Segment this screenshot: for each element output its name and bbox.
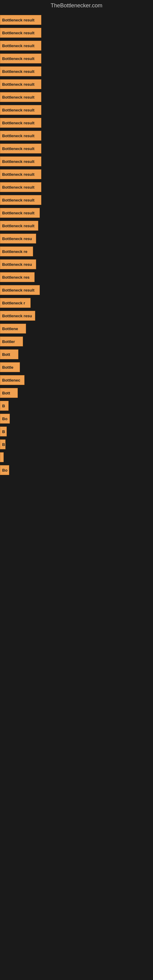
bar-label: Bottleneck result [2, 134, 34, 138]
bar-row: Bottlenec [0, 375, 153, 385]
site-title: TheBottlenecker.com [0, 0, 153, 11]
bar-item[interactable]: Bottleneck result [0, 54, 41, 64]
bar-label: Bottleneck resu [2, 262, 32, 267]
bar-row: B [0, 439, 153, 450]
bar-label: B [2, 442, 5, 447]
bar-label: B [2, 404, 5, 408]
bar-item[interactable]: Bottleneck r [0, 298, 30, 308]
bar-item[interactable]: Bottleneck resu [0, 234, 36, 243]
bar-row: Bottleneck result [0, 156, 153, 167]
bar-label: Bottler [2, 339, 15, 344]
bar-item[interactable]: Bottleneck result [0, 105, 41, 115]
bar-row: Bottleneck resu [0, 233, 153, 244]
bar-label: Bottleneck result [2, 56, 34, 61]
bar-label: Bottleneck result [2, 30, 34, 35]
bar-row: Bottleneck result [0, 66, 153, 77]
bar-row: Bottleneck result [0, 53, 153, 64]
bar-item[interactable]: Bottleneck re [0, 247, 33, 256]
bar-row: Bo [0, 465, 153, 476]
bar-label: Bottleneck result [2, 43, 34, 48]
bar-label: Bottle [2, 365, 13, 370]
bar-label: Bottleneck result [2, 211, 34, 215]
bar-row: Bottleneck result [0, 14, 153, 25]
bar-row: Bottleneck result [0, 27, 153, 38]
bar-label: Bottleneck result [2, 198, 34, 202]
bar-item[interactable]: Bottleneck resu [0, 311, 35, 321]
bar-label: Bottleneck result [2, 108, 34, 112]
bar-row: Bottleneck resu [0, 259, 153, 270]
bar-row: Bottleneck result [0, 117, 153, 128]
bar-row: Bottleneck resu [0, 310, 153, 321]
bar-row: Bottleneck r [0, 298, 153, 309]
bar-item[interactable]: Bottleneck result [0, 221, 38, 231]
bar-label: Bott [2, 352, 10, 357]
bar-item[interactable]: Bott [0, 388, 18, 398]
bar-row [0, 452, 153, 463]
bar-item[interactable]: Bottlene [0, 324, 26, 334]
bar-row: Bottleneck result [0, 194, 153, 205]
bar-row: Bottleneck res [0, 272, 153, 283]
bar-item[interactable]: Bottleneck result [0, 92, 41, 102]
bar-row: Bottleneck result [0, 92, 153, 103]
bar-row: B [0, 426, 153, 437]
bar-item[interactable]: Bottleneck result [0, 208, 40, 218]
bar-label: Bottleneck result [2, 18, 34, 22]
bar-label: Bottleneck result [2, 224, 34, 228]
bar-label: Bottleneck resu [2, 236, 32, 241]
bar-item[interactable]: Bottleneck result [0, 131, 41, 140]
bar-label: Bo [2, 417, 7, 421]
bar-item[interactable]: B [0, 426, 7, 436]
bar-row: Bottleneck result [0, 220, 153, 231]
bar-row: Bott [0, 387, 153, 398]
bar-row: Bottleneck result [0, 207, 153, 218]
bar-row: B [0, 400, 153, 411]
bar-label: Bottlenec [2, 378, 20, 382]
bar-item[interactable]: Bo [0, 465, 9, 475]
bar-item[interactable]: Bott [0, 350, 18, 359]
bar-item[interactable]: Bottleneck result [0, 41, 41, 51]
bar-item[interactable]: Bottler [0, 337, 23, 346]
bar-item[interactable]: Bottleneck resu [0, 259, 36, 269]
bar-item[interactable]: Bottleneck result [0, 285, 40, 295]
bar-label: Bo [2, 468, 7, 473]
bar-item[interactable]: Bottle [0, 362, 20, 372]
bar-row: Bottleneck result [0, 105, 153, 115]
bar-row: Bott [0, 349, 153, 360]
bar-label: Bottleneck result [2, 172, 34, 177]
bar-row: Bottle [0, 362, 153, 373]
bar-item[interactable] [0, 452, 4, 462]
bar-item[interactable]: Bottleneck result [0, 67, 41, 76]
bars-container: Bottleneck resultBottleneck resultBottle… [0, 11, 153, 480]
bar-row: Bottleneck result [0, 285, 153, 296]
bar-item[interactable]: Bottleneck result [0, 195, 41, 205]
bar-item[interactable]: Bottleneck result [0, 118, 41, 128]
bar-row: Bottleneck result [0, 40, 153, 51]
bar-item[interactable]: Bottleneck result [0, 28, 41, 38]
bar-item[interactable]: B [0, 439, 5, 449]
bar-row: Bottleneck result [0, 79, 153, 90]
bar-item[interactable]: B [0, 401, 9, 411]
bar-item[interactable]: Bottleneck result [0, 79, 41, 89]
bar-row: Bo [0, 413, 153, 424]
bar-label: Bottleneck result [2, 121, 34, 125]
bar-label: Bottleneck result [2, 288, 34, 293]
bar-label: B [2, 430, 5, 434]
bar-row: Bottleneck result [0, 143, 153, 154]
bar-row: Bottlene [0, 323, 153, 334]
bar-item[interactable]: Bottlenec [0, 375, 24, 385]
bar-item[interactable]: Bottleneck result [0, 169, 41, 179]
bar-row: Bottleneck result [0, 169, 153, 180]
bar-item[interactable]: Bo [0, 414, 10, 423]
bar-label: Bott [2, 391, 10, 395]
site-title-text: TheBottlenecker.com [51, 2, 102, 9]
bar-item[interactable]: Bottleneck result [0, 15, 41, 25]
bar-label: Bottleneck resu [2, 313, 32, 318]
bar-item[interactable]: Bottleneck result [0, 144, 41, 153]
bar-item[interactable]: Bottleneck res [0, 272, 35, 282]
bar-item[interactable]: Bottleneck result [0, 156, 41, 166]
bar-row: Bottleneck result [0, 130, 153, 141]
bar-item[interactable]: Bottleneck result [0, 182, 41, 192]
bar-label: Bottleneck result [2, 146, 34, 151]
bar-label: Bottleneck result [2, 185, 34, 189]
bar-label: Bottleneck r [2, 301, 25, 305]
